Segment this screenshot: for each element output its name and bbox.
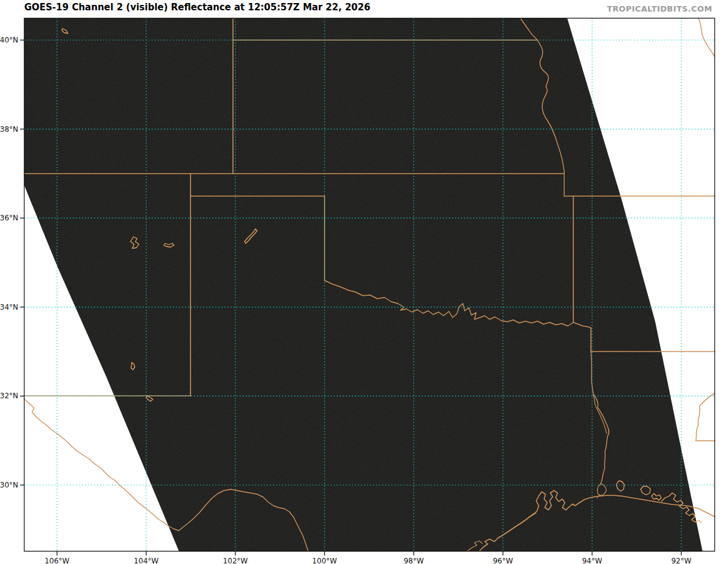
latitude-tick-label: 34°N — [0, 303, 18, 311]
longitude-tick-label: 94°W — [582, 557, 602, 564]
satellite-map: 40°N38°N36°N34°N32°N30°N106°W104°W102°W1… — [0, 0, 728, 564]
longitude-tick-label: 96°W — [493, 557, 513, 564]
longitude-tick-label: 100°W — [312, 557, 337, 564]
satellite-image-page: GOES-19 Channel 2 (visible) Reflectance … — [0, 0, 728, 564]
longitude-tick-label: 98°W — [403, 557, 423, 564]
latitude-tick-label: 40°N — [0, 36, 18, 44]
latitude-tick-label: 36°N — [0, 214, 18, 222]
latitude-tick-label: 38°N — [0, 125, 18, 134]
longitude-tick-label: 102°W — [223, 557, 248, 564]
tropicaltidbits-watermark: TROPICALTIDBITS.COM — [607, 4, 712, 13]
longitude-tick-label: 106°W — [45, 557, 70, 564]
latitude-tick-label: 32°N — [0, 392, 18, 400]
latitude-tick-label: 30°N — [0, 481, 18, 489]
page-title: GOES-19 Channel 2 (visible) Reflectance … — [24, 2, 370, 13]
longitude-tick-label: 104°W — [134, 557, 159, 564]
longitude-tick-label: 92°W — [671, 557, 691, 564]
